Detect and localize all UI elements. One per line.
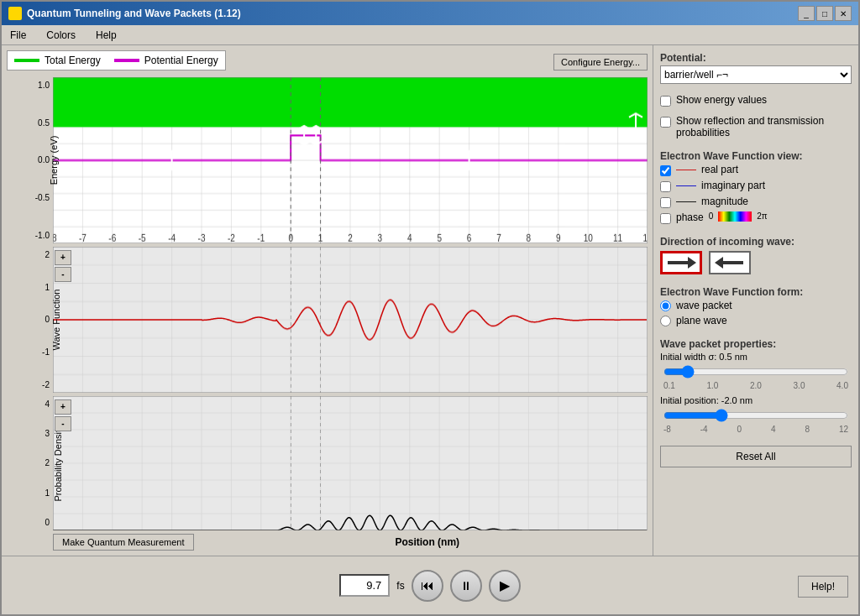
title-bar: Quantum Tunneling and Wave Packets (1.12…: [2, 2, 858, 25]
step-forward-button[interactable]: ▶: [489, 570, 521, 602]
magnitude-checkbox[interactable]: [660, 197, 671, 208]
magnitude-row: —— magnitude: [660, 196, 852, 208]
title-bar-controls: _ □ ✕: [798, 6, 852, 21]
potential-label: Potential:: [660, 52, 852, 64]
plane-wave-label: plane wave: [676, 315, 727, 326]
show-energy-values-checkbox[interactable]: [660, 96, 671, 107]
wave-function-view-section: Electron Wave Function view: —— real par…: [660, 150, 852, 227]
legend-potential-energy: Potential Energy: [114, 55, 218, 66]
legend-total-energy: Total Energy: [14, 55, 101, 66]
total-energy-color: [14, 59, 39, 62]
prob-zoom-in-button[interactable]: +: [55, 399, 71, 415]
phase-zero-label: 0: [709, 211, 714, 221]
imaginary-part-checkbox[interactable]: [660, 181, 671, 192]
imaginary-part-label: imaginary part: [701, 180, 765, 191]
position-slider[interactable]: [663, 409, 848, 422]
magnitude-color-swatch: ——: [676, 196, 696, 207]
energy-y-label: Energy (eV): [49, 136, 59, 185]
right-panel: Potential: barrier/well ⌐¬ constant step…: [653, 45, 858, 556]
prob-y-label: Probability Density: [53, 425, 63, 501]
app-icon: [8, 7, 22, 20]
wave-y-zero: 0: [45, 315, 50, 324]
help-button[interactable]: Help!: [798, 576, 848, 598]
wave-y-min: -2: [42, 380, 50, 389]
show-reflection-checkbox[interactable]: [660, 117, 671, 128]
prob-y-one: 1: [45, 488, 50, 498]
energy-canvas: [53, 77, 648, 243]
energy-y-half: 0.5: [38, 118, 50, 128]
minimize-button[interactable]: _: [798, 6, 815, 21]
direction-right-button[interactable]: [660, 251, 702, 274]
menu-file[interactable]: File: [5, 28, 31, 43]
real-part-color-swatch: ——: [676, 164, 696, 175]
show-energy-values-row: Show energy values: [660, 94, 852, 107]
reset-all-button[interactable]: Reset All: [660, 446, 852, 467]
potential-select[interactable]: barrier/well ⌐¬ constant step harmonic: [660, 65, 852, 84]
real-part-row: —— real part: [660, 164, 852, 176]
wave-form-section: Electron Wave Function form: wave packet…: [660, 286, 852, 330]
wave-y-label: Wave Function: [51, 289, 61, 350]
wave-zoom-out-button[interactable]: -: [55, 267, 71, 282]
prob-chart-wrapper: 4 3 2 1 0 Probability Density + -: [7, 396, 648, 530]
show-energy-values-label: Show energy values: [676, 94, 767, 106]
menu-help[interactable]: Help: [91, 28, 122, 43]
legend-potential-energy-label: Potential Energy: [144, 55, 218, 66]
close-button[interactable]: ✕: [835, 6, 852, 21]
menu-bar: File Colors Help: [2, 25, 858, 45]
imaginary-part-color-swatch: ——: [676, 180, 696, 191]
bottom-bar: 9.7 fs ⏮ ⏸ ▶ Help!: [2, 556, 858, 614]
time-unit: fs: [396, 580, 404, 592]
svg-marker-1: [688, 257, 696, 269]
wave-chart-wrapper: 2 1 0 -1 -2 Wave Function + -: [7, 247, 648, 393]
wave-function-view-label: Electron Wave Function view:: [660, 150, 852, 162]
legend-total-energy-label: Total Energy: [45, 55, 101, 66]
plane-wave-radio[interactable]: [660, 316, 671, 326]
phase-checkbox[interactable]: [660, 213, 671, 224]
wave-packet-props-label: Wave packet properties:: [660, 338, 852, 350]
main-content: Total Energy Potential Energy Configure …: [2, 45, 858, 556]
window-title: Quantum Tunneling and Wave Packets (1.12…: [27, 8, 241, 19]
direction-buttons: [660, 251, 852, 274]
energy-y-max: 1.0: [38, 81, 50, 90]
phase-label: phase: [676, 211, 704, 223]
energy-chart-wrapper: 1.0 0.5 0.0 -0.5 -1.0 Energy (eV): [7, 77, 648, 243]
wave-y-negone: -1: [42, 347, 50, 357]
rewind-button[interactable]: ⏮: [412, 570, 443, 602]
wave-zoom-controls: + -: [55, 250, 71, 282]
phase-gradient: [718, 211, 752, 222]
time-display[interactable]: 9.7: [339, 574, 390, 597]
wave-packet-props-section: Wave packet properties: Initial width σ:…: [660, 338, 852, 434]
transport-controls: 9.7 fs ⏮ ⏸ ▶: [339, 570, 520, 602]
configure-energy-button[interactable]: Configure Energy...: [553, 54, 648, 70]
x-axis-label: Position (nm): [207, 536, 648, 548]
wave-packet-label: wave packet: [676, 300, 732, 311]
real-part-label: real part: [701, 164, 738, 175]
plane-wave-row: plane wave: [660, 315, 852, 326]
real-part-checkbox[interactable]: [660, 165, 671, 176]
initial-position-label: Initial position: -2.0 nm: [660, 395, 852, 405]
energy-y-min: -1.0: [35, 231, 50, 240]
pause-button[interactable]: ⏸: [450, 570, 482, 602]
position-slider-labels: -8 -4 0 4 8 12: [663, 425, 848, 434]
potential-energy-color: [114, 59, 139, 62]
prob-zoom-out-button[interactable]: -: [55, 416, 71, 431]
menu-colors[interactable]: Colors: [41, 28, 81, 43]
width-slider[interactable]: [663, 365, 848, 378]
imaginary-part-row: —— imaginary part: [660, 180, 852, 192]
phase-two-pi-label: 2π: [757, 211, 767, 221]
title-bar-left: Quantum Tunneling and Wave Packets (1.12…: [8, 7, 241, 20]
wave-zoom-in-button[interactable]: +: [55, 250, 71, 265]
prob-canvas: [53, 396, 648, 530]
wave-packet-radio[interactable]: [660, 300, 671, 311]
make-quantum-measurement-button[interactable]: Make Quantum Measurement: [53, 534, 194, 551]
wave-canvas: [53, 247, 648, 393]
charts-panel: Total Energy Potential Energy Configure …: [2, 45, 653, 556]
direction-left-button[interactable]: [709, 251, 751, 274]
maximize-button[interactable]: □: [816, 6, 833, 21]
width-slider-container: 0.1 1.0 2.0 3.0 4.0: [660, 365, 852, 390]
svg-rect-2: [723, 261, 743, 264]
svg-marker-3: [715, 257, 723, 269]
wave-form-label: Electron Wave Function form:: [660, 286, 852, 298]
prob-y-two: 2: [45, 458, 50, 467]
arrow-left-icon: [715, 255, 745, 270]
